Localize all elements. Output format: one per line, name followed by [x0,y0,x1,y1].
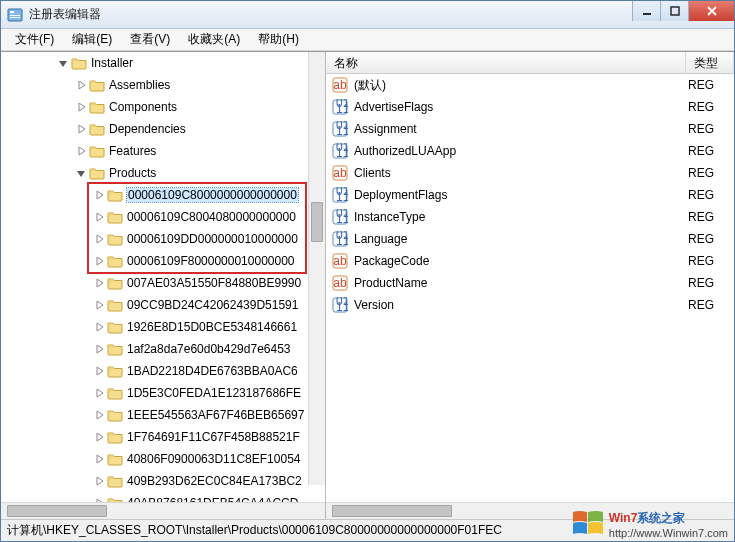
expand-icon[interactable] [93,277,105,289]
expand-icon[interactable] [93,189,105,201]
list-header: 名称 类型 [326,52,734,74]
tree-label: 00006109C8000000000000000 [127,188,298,202]
scrollbar-thumb[interactable] [7,505,107,517]
value-icon: ab [332,275,348,291]
list-row[interactable]: 011110DeploymentFlagsREG [326,184,734,206]
tree-item-product[interactable]: 40806F0900063D11C8EF10054 [1,448,325,470]
folder-icon [89,100,105,114]
value-name: Assignment [354,122,688,136]
expand-icon[interactable] [75,145,87,157]
tree-item[interactable]: Components [1,96,325,118]
expand-icon[interactable] [93,409,105,421]
value-type: REG [688,276,734,290]
expand-icon[interactable] [75,79,87,91]
column-name[interactable]: 名称 [326,52,686,73]
list-row[interactable]: 011110InstanceTypeREG [326,206,734,228]
menu-view[interactable]: 查看(V) [122,29,178,50]
tree-item-product[interactable]: 1926E8D15D0BCE5348146661 [1,316,325,338]
tree-item-product[interactable]: 09CC9BD24C42062439D51591 [1,294,325,316]
list-row[interactable]: abProductNameREG [326,272,734,294]
tree-label: 1F764691F11C67F458B88521F [127,430,300,444]
value-name: Clients [354,166,688,180]
svg-rect-3 [10,17,20,18]
expand-icon[interactable] [93,343,105,355]
tree-item[interactable]: Assemblies [1,74,325,96]
list-row[interactable]: abPackageCodeREG [326,250,734,272]
value-name: Version [354,298,688,312]
tree-item[interactable]: Features [1,140,325,162]
tree-item[interactable]: Products [1,162,325,184]
tree-scroll: InstallerAssembliesComponentsDependencie… [1,52,325,502]
expand-icon[interactable] [75,101,87,113]
menu-favorites[interactable]: 收藏夹(A) [180,29,248,50]
tree-label: 09CC9BD24C42062439D51591 [127,298,298,312]
svg-text:ab: ab [333,254,347,268]
folder-icon [89,166,105,180]
list-row[interactable]: ab(默认)REG [326,74,734,96]
expand-icon[interactable] [57,57,69,69]
expand-icon[interactable] [93,475,105,487]
tree-item-product[interactable]: 00006109C8000000000000000 [1,184,325,206]
tree-item-product[interactable]: 1BAD2218D4DE6763BBA0AC6 [1,360,325,382]
folder-icon [107,276,123,290]
value-type: REG [688,144,734,158]
tree-label: Assemblies [109,78,170,92]
list-row[interactable]: 011110VersionREG [326,294,734,316]
expand-icon[interactable] [93,453,105,465]
value-type: REG [688,232,734,246]
list-row[interactable]: 011110AuthorizedLUAAppREG [326,140,734,162]
menu-edit[interactable]: 编辑(E) [64,29,120,50]
tree-label: 409B293D62EC0C84EA173BC2 [127,474,302,488]
list-row[interactable]: 011110AdvertiseFlagsREG [326,96,734,118]
expand-icon[interactable] [93,321,105,333]
expand-icon[interactable] [93,431,105,443]
tree-label: 1EEE545563AF67F46BEB65697 [127,408,304,422]
menu-help[interactable]: 帮助(H) [250,29,307,50]
folder-icon [107,210,123,224]
expand-icon[interactable] [93,211,105,223]
minimize-button[interactable] [632,1,660,21]
tree-item-product[interactable]: 40AB8768161DEB54CA4ACCD [1,492,325,502]
tree-item[interactable]: Dependencies [1,118,325,140]
folder-icon [107,408,123,422]
list-row[interactable]: 011110LanguageREG [326,228,734,250]
expand-icon[interactable] [75,167,87,179]
value-icon: 011110 [332,143,348,159]
column-type[interactable]: 类型 [686,52,734,73]
list-row[interactable]: abClientsREG [326,162,734,184]
folder-icon [107,232,123,246]
tree-label: 007AE03A51550F84880BE9990 [127,276,301,290]
tree-item-product[interactable]: 00006109DD000000010000000 [1,228,325,250]
tree-item-product[interactable]: 1EEE545563AF67F46BEB65697 [1,404,325,426]
expand-icon[interactable] [93,233,105,245]
folder-icon [107,364,123,378]
scrollbar-thumb[interactable] [311,202,323,242]
tree-item-product[interactable]: 1D5E3C0FEDA1E123187686FE [1,382,325,404]
tree-item-product[interactable]: 1af2a8da7e60d0b429d7e6453 [1,338,325,360]
list-horizontal-scrollbar[interactable] [326,502,734,519]
menu-file[interactable]: 文件(F) [7,29,62,50]
menubar: 文件(F) 编辑(E) 查看(V) 收藏夹(A) 帮助(H) [1,29,734,51]
tree-item-installer[interactable]: Installer [1,52,325,74]
tree-item-product[interactable]: 007AE03A51550F84880BE9990 [1,272,325,294]
folder-icon [89,144,105,158]
tree-item-product[interactable]: 1F764691F11C67F458B88521F [1,426,325,448]
list-row[interactable]: 011110AssignmentREG [326,118,734,140]
tree-item-product[interactable]: 409B293D62EC0C84EA173BC2 [1,470,325,492]
tree-horizontal-scrollbar[interactable] [1,502,325,519]
expand-icon[interactable] [93,299,105,311]
tree-vertical-scrollbar[interactable] [308,52,325,485]
close-button[interactable] [688,1,734,21]
maximize-button[interactable] [660,1,688,21]
value-type: REG [688,100,734,114]
expand-icon[interactable] [93,365,105,377]
regedit-icon [7,7,23,23]
tree-item-product[interactable]: 00006109F8000000010000000 [1,250,325,272]
scrollbar-thumb[interactable] [332,505,452,517]
tree-label: 00006109DD000000010000000 [127,232,298,246]
window: 注册表编辑器 文件(F) 编辑(E) 查看(V) 收藏夹(A) 帮助(H) In… [0,0,735,542]
expand-icon[interactable] [75,123,87,135]
expand-icon[interactable] [93,387,105,399]
expand-icon[interactable] [93,255,105,267]
tree-item-product[interactable]: 00006109C8004080000000000 [1,206,325,228]
